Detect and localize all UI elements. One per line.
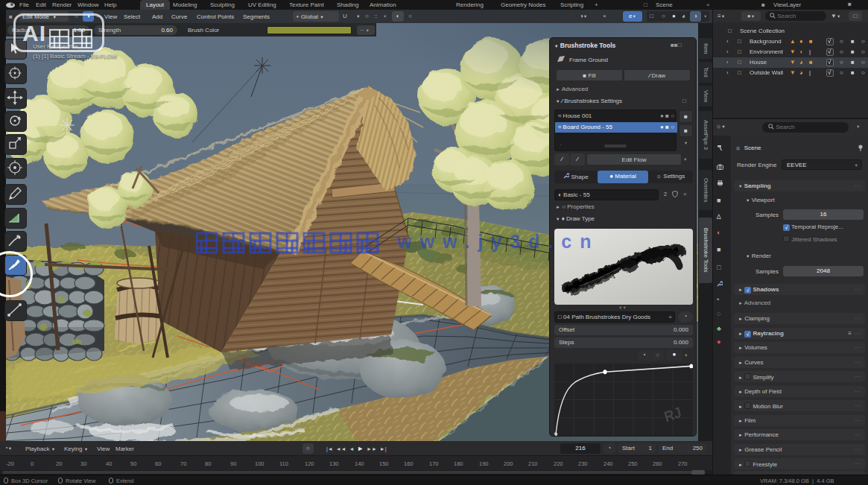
svg-text:RJ: RJ [662,404,683,425]
